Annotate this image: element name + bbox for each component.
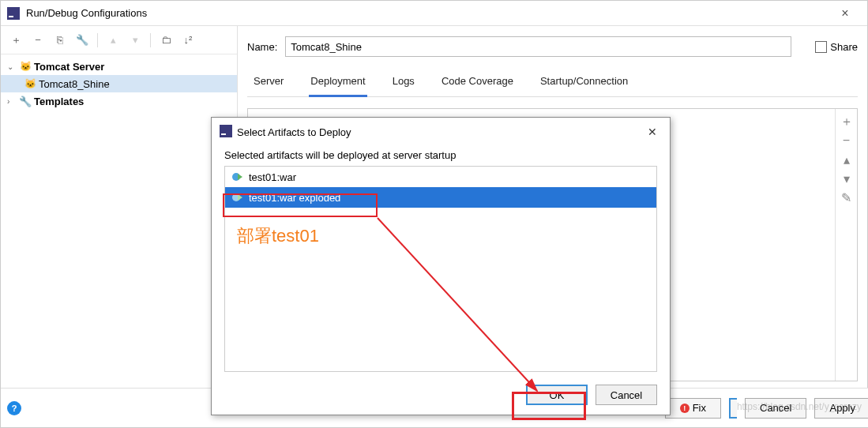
fix-button[interactable]: ! Fix xyxy=(665,398,721,419)
window-title: Run/Debug Configurations xyxy=(26,7,829,19)
watermark: https://blog.csdn.net/y_scrazy xyxy=(737,401,862,412)
copy-icon[interactable]: ⎘ xyxy=(51,32,69,49)
tree-label: Tomcat8_Shine xyxy=(39,78,110,90)
fix-label: Fix xyxy=(693,402,706,414)
tab-startup[interactable]: Startup/Connection xyxy=(539,72,629,96)
deployment-side-toolbar: ＋ − ▴ ▾ ✎ xyxy=(835,109,857,381)
config-toolbar: ＋ − ⎘ 🔧 ▴ ▾ 🗀 ↓² xyxy=(1,26,237,54)
folder-icon[interactable]: 🗀 xyxy=(157,32,175,49)
titlebar: Run/Debug Configurations × xyxy=(1,1,867,26)
remove-icon[interactable]: − xyxy=(839,133,855,148)
dialog-description: Selected artifacts will be deployed at s… xyxy=(224,149,657,161)
wrench-icon: 🔧 xyxy=(18,96,32,107)
config-tree: ⌄ 🐱 Tomcat Server 🐱 Tomcat8_Shine › 🔧 Te… xyxy=(1,54,237,427)
help-icon[interactable]: ? xyxy=(7,401,21,415)
list-item-label: test01:war exploded xyxy=(249,192,340,204)
add-icon[interactable]: ＋ xyxy=(839,114,855,130)
sort-icon[interactable]: ↓² xyxy=(179,32,197,49)
add-icon[interactable]: ＋ xyxy=(7,32,24,49)
tree-node-tomcat-server[interactable]: ⌄ 🐱 Tomcat Server xyxy=(1,58,237,75)
down-icon[interactable]: ▾ xyxy=(839,171,855,186)
tab-code-coverage[interactable]: Code Coverage xyxy=(440,72,515,96)
chevron-right-icon: › xyxy=(7,97,18,106)
name-input[interactable] xyxy=(285,36,791,57)
select-artifacts-dialog: Select Artifacts to Deploy ✕ Selected ar… xyxy=(211,117,671,415)
artifact-icon xyxy=(231,171,244,183)
close-icon[interactable]: × xyxy=(829,6,861,21)
share-label: Share xyxy=(830,41,858,53)
ok-button[interactable]: OK xyxy=(526,385,588,405)
intellij-icon xyxy=(220,125,232,140)
list-item[interactable]: test01:war exploded xyxy=(225,187,656,208)
tab-logs[interactable]: Logs xyxy=(391,72,416,96)
close-icon[interactable]: ✕ xyxy=(643,126,662,138)
tree-node-templates[interactable]: › 🔧 Templates xyxy=(1,92,237,110)
svg-rect-1 xyxy=(9,16,13,17)
left-panel: ＋ − ⎘ 🔧 ▴ ▾ 🗀 ↓² ⌄ 🐱 Tomcat Server 🐱 xyxy=(1,26,238,427)
warning-icon: ! xyxy=(680,404,690,413)
separator xyxy=(97,33,98,47)
name-label: Name: xyxy=(247,41,277,53)
cancel-button[interactable]: Cancel xyxy=(596,385,657,405)
svg-rect-2 xyxy=(220,125,232,137)
artifact-icon xyxy=(231,191,244,204)
name-row: Name: Share xyxy=(247,32,858,61)
tree-node-config[interactable]: 🐱 Tomcat8_Shine xyxy=(1,75,237,92)
dialog-title: Select Artifacts to Deploy xyxy=(237,126,643,138)
tomcat-run-icon: 🐱 xyxy=(23,78,37,89)
tree-label: Templates xyxy=(34,96,84,107)
down-icon[interactable]: ▾ xyxy=(126,32,144,49)
up-icon[interactable]: ▴ xyxy=(104,32,122,49)
annotation-deploy-text: 部署test01 xyxy=(237,224,319,248)
checkbox-icon[interactable] xyxy=(815,41,827,53)
tomcat-icon: 🐱 xyxy=(18,61,32,72)
artifacts-list: test01:war test01:war exploded xyxy=(224,166,657,372)
dialog-buttons: OK Cancel xyxy=(212,375,670,415)
svg-rect-0 xyxy=(7,7,20,20)
dialog-body: Selected artifacts will be deployed at s… xyxy=(212,146,670,375)
separator xyxy=(150,33,151,47)
edit-icon[interactable]: ✎ xyxy=(839,190,855,205)
wrench-icon[interactable]: 🔧 xyxy=(73,32,91,49)
remove-icon[interactable]: − xyxy=(29,32,47,49)
chevron-down-icon: ⌄ xyxy=(7,62,18,71)
up-icon[interactable]: ▴ xyxy=(839,152,855,167)
list-item-label: test01:war xyxy=(249,171,296,183)
tab-deployment[interactable]: Deployment xyxy=(309,72,366,97)
list-item[interactable]: test01:war xyxy=(225,167,656,187)
dialog-titlebar: Select Artifacts to Deploy ✕ xyxy=(212,118,670,146)
svg-rect-3 xyxy=(221,133,226,135)
tab-server[interactable]: Server xyxy=(252,72,285,96)
ok-hidden-button[interactable] xyxy=(729,398,737,419)
tabs: Server Deployment Logs Code Coverage Sta… xyxy=(247,61,858,97)
share-checkbox-wrap[interactable]: Share xyxy=(815,41,858,53)
tree-label: Tomcat Server xyxy=(34,61,104,73)
intellij-icon xyxy=(7,7,20,20)
